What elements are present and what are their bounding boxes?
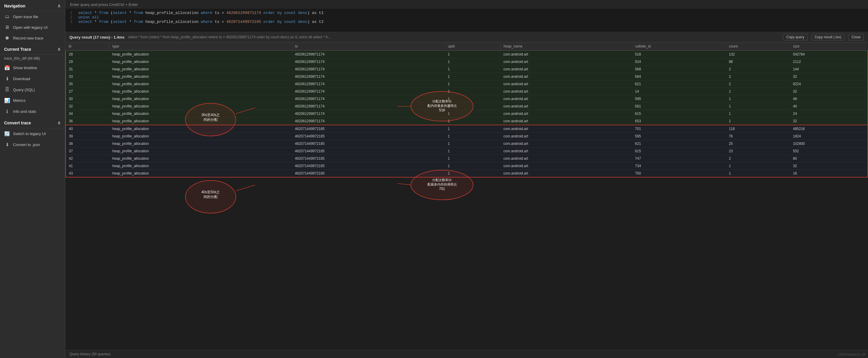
cell-id: 35 (66, 81, 109, 88)
query-line-3: 3 select * from (select * from heap_prof… (70, 20, 863, 24)
cell-size: 40 (790, 103, 868, 110)
cell-count: 76 (726, 133, 790, 140)
svg-line-12 (236, 185, 255, 191)
cell-count: 23 (726, 148, 790, 155)
cell-size: 32 (790, 88, 868, 95)
cell-id: 27 (66, 88, 109, 95)
cell-callsite_id: 750 (632, 170, 726, 178)
cell-ts: 462061299971174 (292, 95, 445, 103)
cell-type: heap_profile_allocation (109, 162, 292, 170)
cell-size: 2112 (790, 58, 868, 66)
timeline-icon: 📅 (4, 65, 10, 71)
cell-heap_name: com.android.art (500, 81, 632, 88)
cell-type: heap_profile_allocation (109, 73, 292, 81)
close-button[interactable]: Close (848, 34, 864, 40)
cell-size: 485216 (790, 125, 868, 133)
cell-heap_name: com.android.art (500, 162, 632, 170)
convert-json-icon: ⬇ (4, 142, 10, 148)
convert-trace-label: Convert trace (4, 121, 31, 125)
sidebar-item-query-sql[interactable]: 🗄 Query (SQL) (0, 84, 65, 95)
cell-heap_name: com.android.art (500, 118, 632, 125)
cell-id: 40 (66, 125, 109, 133)
result-title: Query result (17 rows) - 1.4ms (69, 35, 125, 39)
record-label: Record new trace (13, 36, 43, 40)
cell-ts: 462071449972185 (292, 140, 445, 148)
cell-ts: 462061299971174 (292, 73, 445, 81)
navigation-label: Navigation (4, 4, 26, 8)
sidebar-item-show-timeline[interactable]: 📅 Show timeline (0, 62, 65, 73)
metrics-label: Metrics (13, 98, 26, 103)
table-row: 39heap_profile_allocation462071449972185… (66, 133, 868, 140)
cell-id: 42 (66, 155, 109, 162)
sidebar-item-open-trace[interactable]: 🗂 Open trace file (0, 11, 65, 22)
sidebar-item-metrics[interactable]: 📊 Metrics (0, 95, 65, 106)
sidebar-item-record[interactable]: ⏺ Record new trace (0, 33, 65, 43)
cell-size: 102800 (790, 140, 868, 148)
cell-callsite_id: 581 (632, 103, 726, 110)
cell-type: heap_profile_allocation (109, 140, 292, 148)
cell-heap_name: com.android.art (500, 58, 632, 66)
cell-heap_name: com.android.art (500, 73, 632, 81)
table-row: 32heap_profile_allocation462061299971174… (66, 103, 868, 110)
cell-ts: 462061299971174 (292, 110, 445, 118)
cell-callsite_id: 615 (632, 148, 726, 155)
cell-upid: 1 (445, 125, 500, 133)
cell-type: heap_profile_allocation (109, 81, 292, 88)
query-history-bar[interactable]: Query history (50 queries) (65, 350, 868, 358)
navigation-section-header: Navigation ∧ (0, 0, 65, 11)
sidebar: Navigation ∧ 🗂 Open trace file 🖥 Open wi… (0, 0, 65, 358)
cell-ts: 462061299971174 (292, 118, 445, 125)
cell-upid: 1 (445, 133, 500, 140)
cell-heap_name: com.android.art (500, 148, 632, 155)
col-size: size (790, 42, 868, 51)
query-line-1: 1 select * from (select * from heap_prof… (70, 11, 863, 15)
table-row: 28heap_profile_allocation462061299971174… (66, 51, 868, 58)
result-summary: select * from (select * from heap_profil… (128, 35, 780, 39)
cell-ts: 462071449972185 (292, 133, 445, 140)
main-content: Enter query and press Cmd/Ctrl + Enter 1… (65, 0, 868, 358)
query-header: Enter query and press Cmd/Ctrl + Enter (65, 0, 868, 8)
navigation-chevron-icon[interactable]: ∧ (57, 3, 61, 9)
copy-result-button[interactable]: Copy result (.tsv) (811, 34, 845, 40)
col-upid: upid (445, 42, 500, 51)
current-trace-chevron-icon[interactable]: ∧ (57, 46, 61, 52)
svg-line-17 (398, 183, 411, 185)
cell-id: 39 (66, 133, 109, 140)
cell-id: 38 (66, 140, 109, 148)
col-callsite-id: callsite_id (632, 42, 726, 51)
cell-count: 1 (726, 88, 790, 95)
table-container: id type ts upid heap_name callsite_id co… (65, 42, 868, 350)
cell-ts: 462061299971174 (292, 81, 445, 88)
cell-ts: 462061299971174 (292, 58, 445, 66)
sidebar-item-download[interactable]: ⬇ Download (0, 73, 65, 84)
sidebar-item-switch-legacy[interactable]: 🔄 Switch to legacy UI (0, 128, 65, 139)
result-bar: Query result (17 rows) - 1.4ms select * … (65, 32, 868, 42)
col-id: id (66, 42, 109, 51)
cell-id: 34 (66, 110, 109, 118)
cell-count: 1 (726, 118, 790, 125)
cell-count: 1 (726, 170, 790, 178)
cell-ts: 462061299971174 (292, 51, 445, 58)
table-row: 31heap_profile_allocation462061299971174… (66, 66, 868, 73)
cell-upid: 1 (445, 95, 500, 103)
cell-upid: 1 (445, 170, 500, 178)
cell-size: 32 (790, 73, 868, 81)
copy-query-button[interactable]: Copy query (783, 34, 807, 40)
table-row: 35heap_profile_allocation462061299971174… (66, 81, 868, 88)
sidebar-item-info[interactable]: ℹ Info and stats (0, 106, 65, 117)
cell-type: heap_profile_allocation (109, 88, 292, 95)
cell-count: 25 (726, 140, 790, 148)
query-editor[interactable]: 1 select * from (select * from heap_prof… (65, 8, 868, 32)
cell-upid: 1 (445, 148, 500, 155)
trace-name: trace_60s_diff (84 MB) (0, 55, 65, 62)
sidebar-item-convert-json[interactable]: ⬇ Convert to .json (0, 139, 65, 150)
cell-count: 2 (726, 155, 790, 162)
convert-trace-chevron-icon[interactable]: ∧ (57, 120, 61, 125)
col-ts: ts (292, 42, 445, 51)
sidebar-item-open-legacy[interactable]: 🖥 Open with legacy UI (0, 22, 65, 33)
cell-upid: 1 (445, 81, 500, 88)
query-icon: 🗄 (4, 87, 10, 92)
cell-upid: 1 (445, 66, 500, 73)
cell-heap_name: com.android.art (500, 133, 632, 140)
cell-heap_name: com.android.art (500, 155, 632, 162)
